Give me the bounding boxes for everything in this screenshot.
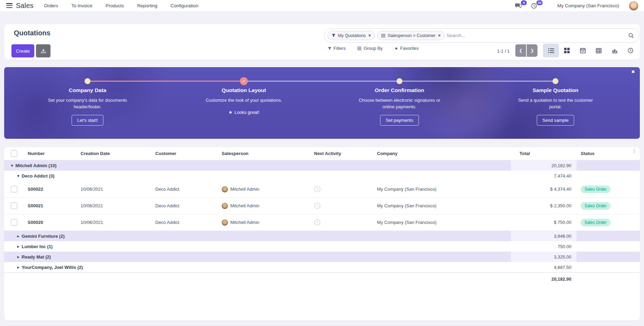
row-checkbox[interactable]	[11, 219, 17, 226]
search-facet-my-quotations[interactable]: My Quotations ✕	[328, 31, 375, 40]
group-label: Ready Mat (2)	[22, 254, 51, 260]
messages-icon[interactable]: 6	[515, 2, 523, 9]
create-button[interactable]: Create	[11, 44, 34, 57]
progress-track-done	[88, 81, 244, 82]
column-header-customer[interactable]: Customer	[151, 151, 218, 156]
footer-total: 20,182.90	[508, 277, 577, 282]
cell-salesperson: Mitchell Admin	[230, 187, 259, 192]
nav-item-products[interactable]: Products	[105, 3, 124, 8]
lets-start-button[interactable]: Let's start!	[72, 115, 103, 126]
nav-menus: Orders To Invoice Products Reporting Con…	[44, 3, 198, 8]
column-header-next-activity[interactable]: Next Activity	[310, 151, 373, 156]
activities-badge: 32	[536, 0, 543, 5]
activity-clock-icon[interactable]	[314, 219, 373, 226]
column-header-number[interactable]: Number	[24, 151, 76, 156]
step-description: Set your company's data for documents he…	[44, 97, 131, 110]
step-dot-order-confirmation	[397, 78, 403, 84]
cell-customer: Deco Addict	[151, 220, 218, 225]
column-header-creation-date[interactable]: Creation Date	[76, 151, 151, 156]
send-sample-button[interactable]: Send sample	[537, 115, 574, 126]
kanban-view-icon	[564, 48, 570, 53]
nav-item-orders[interactable]: Orders	[44, 3, 58, 8]
record-row-s00021[interactable]: S00021 10/06/2021 Deco Addict Mitchell A…	[4, 198, 640, 214]
cell-total: $ 2,350.00	[508, 203, 577, 208]
banner-close-icon[interactable]: ✖	[631, 69, 635, 74]
cell-salesperson: Mitchell Admin	[230, 220, 259, 225]
activity-view-button[interactable]	[623, 44, 638, 57]
onboarding-banner: ✖ ✓ Company Data Set your company's data…	[4, 67, 640, 139]
cell-number: S00020	[24, 220, 76, 225]
progress-track	[244, 81, 399, 82]
step-title: Company Data	[30, 87, 145, 93]
favorites-button[interactable]: ★ Favorites	[394, 46, 418, 51]
pager-previous-button[interactable]: ❮	[515, 44, 526, 57]
group-total: 3,946.00	[508, 234, 577, 239]
facet-remove-icon[interactable]: ✕	[368, 34, 371, 37]
activity-clock-icon[interactable]	[314, 202, 373, 209]
graph-view-button[interactable]	[607, 44, 623, 57]
progress-track	[399, 81, 555, 82]
status-badge: Sales Order	[581, 185, 610, 193]
looks-great-label: ★ Looks great!	[228, 110, 259, 115]
list-view-icon	[548, 48, 554, 53]
column-header-company[interactable]: Company	[373, 151, 508, 156]
facet-remove-icon[interactable]: ✕	[438, 34, 441, 37]
company-switcher[interactable]: My Company (San Francisco)	[557, 3, 619, 8]
onboarding-step-quotation-layout: Quotation Layout Customize the look of y…	[187, 87, 301, 115]
column-header-salesperson[interactable]: Salesperson	[218, 151, 310, 156]
onboarding-step-sample-quotation: Sample Quotation Send a quotation to tes…	[498, 87, 613, 126]
select-all-checkbox[interactable]	[11, 150, 17, 157]
cell-salesperson: Mitchell Admin	[230, 203, 259, 208]
calendar-view-icon	[580, 48, 586, 53]
row-checkbox[interactable]	[11, 186, 17, 192]
chevron-right-icon: ❯	[530, 48, 534, 53]
nav-item-configuration[interactable]: Configuration	[171, 3, 198, 8]
calendar-view-button[interactable]	[575, 44, 591, 57]
search-facet-groupby[interactable]: Salesperson > Customer ✕	[377, 31, 444, 40]
group-row-gemini-furniture[interactable]: ▸ Gemini Furniture (2) 3,946.00	[4, 231, 640, 241]
onboarding-step-company-data: Company Data Set your company's data for…	[30, 87, 145, 126]
salesperson-avatar	[222, 186, 228, 192]
search-icon[interactable]	[628, 33, 634, 38]
user-avatar[interactable]	[629, 1, 638, 11]
pivot-view-button[interactable]	[591, 44, 607, 57]
group-row-mitchell-admin[interactable]: ▾ Mitchell Admin (10) 20,182.90	[4, 160, 640, 171]
nav-item-reporting[interactable]: Reporting	[137, 3, 157, 8]
kanban-view-button[interactable]	[559, 44, 575, 57]
star-icon: ★	[394, 46, 398, 51]
step-title: Sample Quotation	[498, 87, 613, 93]
row-checkbox[interactable]	[11, 202, 17, 209]
cell-number: S00022	[24, 187, 76, 192]
hamburger-menu-icon[interactable]	[6, 3, 12, 8]
record-row-s00020[interactable]: S00020 10/06/2021 Deco Addict Mitchell A…	[4, 214, 640, 231]
column-header-total[interactable]: Total	[508, 151, 577, 156]
graph-view-icon	[612, 48, 618, 53]
check-icon: ✓	[242, 79, 246, 84]
salesperson-avatar	[222, 203, 228, 209]
record-row-s00022[interactable]: S00022 10/06/2021 Deco Addict Mitchell A…	[4, 181, 640, 198]
search-bar: My Quotations ✕ Salesperson > Customer ✕	[324, 28, 639, 43]
group-row-deco-addict[interactable]: ▾ Deco Addict (3) 7,474.40	[4, 171, 640, 181]
step-dot-company-data	[85, 78, 91, 84]
activities-icon[interactable]: 32	[531, 2, 539, 9]
nav-item-to-invoice[interactable]: To Invoice	[71, 3, 92, 8]
download-icon	[41, 48, 46, 54]
pager-next-button[interactable]: ❯	[527, 44, 537, 57]
optional-columns-icon[interactable]: ⋮	[632, 148, 636, 153]
filters-button[interactable]: Filters	[328, 46, 346, 51]
search-input[interactable]	[447, 33, 628, 38]
column-header-status[interactable]: Status	[577, 151, 640, 156]
activity-clock-icon[interactable]	[314, 186, 373, 192]
cell-customer: Deco Addict	[151, 203, 218, 208]
app-name[interactable]: Sales	[16, 2, 34, 10]
group-row-ready-mat[interactable]: ▸ Ready Mat (2) 3,325.00	[4, 252, 640, 262]
table-footer: 20,182.90	[4, 272, 640, 286]
group-row-yourcompany-joel-willis[interactable]: ▸ YourCompany, Joel Willis (2) 4,687.50	[4, 262, 640, 272]
list-view-button[interactable]	[543, 44, 559, 57]
group-by-label: Group By	[364, 46, 383, 51]
export-button[interactable]	[36, 44, 50, 57]
group-by-button[interactable]: Group By	[357, 46, 383, 51]
caret-right-icon: ▸	[17, 265, 19, 270]
set-payments-button[interactable]: Set payments	[380, 115, 419, 126]
group-row-lumber-inc[interactable]: ▸ Lumber Inc (1) 750.00	[4, 241, 640, 252]
